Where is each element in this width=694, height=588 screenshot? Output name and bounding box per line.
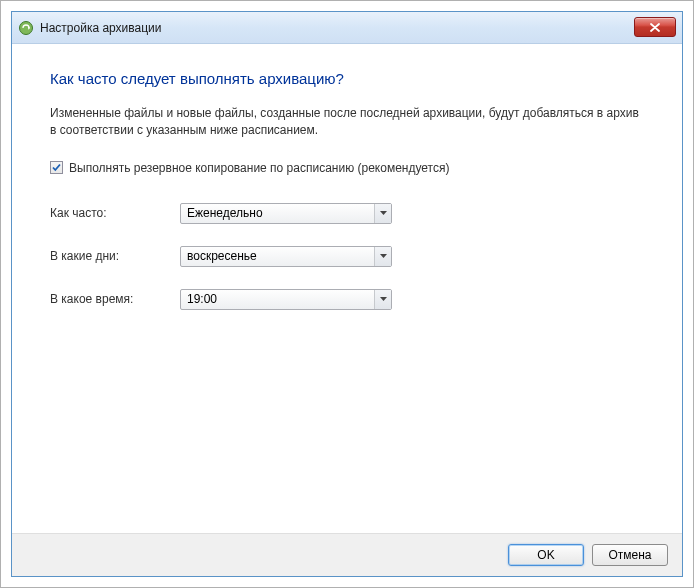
- description-text: Измененные файлы и новые файлы, созданны…: [50, 105, 644, 139]
- ok-button[interactable]: OK: [508, 544, 584, 566]
- chevron-down-icon: [374, 247, 391, 266]
- backup-icon: [18, 20, 34, 36]
- time-label: В какое время:: [50, 292, 180, 306]
- content-area: Как часто следует выполнять архивацию? И…: [12, 44, 682, 533]
- day-row: В какие дни: воскресенье: [50, 246, 644, 267]
- svg-marker-3: [380, 254, 387, 258]
- frequency-label: Как часто:: [50, 206, 180, 220]
- dialog-footer: OK Отмена: [12, 533, 682, 576]
- frequency-value: Еженедельно: [181, 206, 374, 220]
- day-value: воскресенье: [181, 249, 374, 263]
- svg-point-0: [20, 21, 33, 34]
- time-dropdown[interactable]: 19:00: [180, 289, 392, 310]
- time-value: 19:00: [181, 292, 374, 306]
- schedule-checkbox-row: Выполнять резервное копирование по распи…: [50, 161, 644, 175]
- svg-marker-2: [380, 211, 387, 215]
- svg-marker-4: [380, 297, 387, 301]
- schedule-checkbox-label[interactable]: Выполнять резервное копирование по распи…: [69, 161, 449, 175]
- dialog-frame: Настройка архивации Как часто следует вы…: [11, 11, 683, 577]
- titlebar: Настройка архивации: [12, 12, 682, 44]
- close-icon: [650, 23, 660, 32]
- window-title: Настройка архивации: [40, 21, 162, 35]
- day-dropdown[interactable]: воскресенье: [180, 246, 392, 267]
- cancel-button[interactable]: Отмена: [592, 544, 668, 566]
- page-heading: Как часто следует выполнять архивацию?: [50, 70, 644, 87]
- chevron-down-icon: [374, 290, 391, 309]
- chevron-down-icon: [374, 204, 391, 223]
- backup-settings-window: Настройка архивации Как часто следует вы…: [0, 0, 694, 588]
- close-button[interactable]: [634, 17, 676, 37]
- frequency-row: Как часто: Еженедельно: [50, 203, 644, 224]
- time-row: В какое время: 19:00: [50, 289, 644, 310]
- checkmark-icon: [51, 162, 62, 173]
- schedule-checkbox[interactable]: [50, 161, 63, 174]
- day-label: В какие дни:: [50, 249, 180, 263]
- frequency-dropdown[interactable]: Еженедельно: [180, 203, 392, 224]
